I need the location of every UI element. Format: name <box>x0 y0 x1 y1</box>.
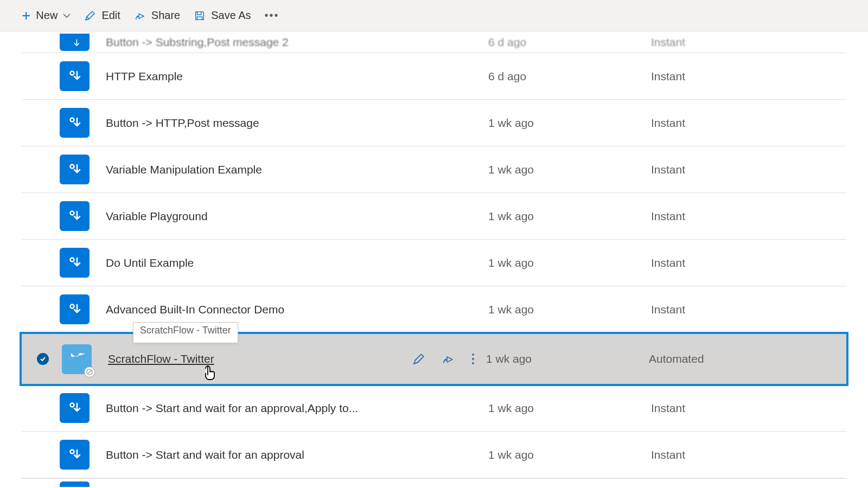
flow-trigger-icon <box>60 34 90 51</box>
svg-point-11 <box>70 403 74 407</box>
flow-name[interactable]: Button -> Start and wait for an approval… <box>92 402 380 415</box>
flow-trigger-icon <box>60 294 90 324</box>
new-label: New <box>36 9 58 22</box>
flow-row[interactable]: Do Until Example 1 wk ago Instant <box>22 240 846 286</box>
flow-trigger-icon <box>60 61 90 91</box>
flow-row[interactable]: Variable Manipulation Example 1 wk ago I… <box>22 146 846 193</box>
svg-point-4 <box>70 258 74 261</box>
flow-row[interactable]: Button -> Start and wait for an approval… <box>22 385 846 432</box>
flow-modified: 1 wk ago <box>486 352 649 365</box>
flow-row[interactable]: HTTP Example 6 d ago Instant <box>22 53 846 100</box>
flow-trigger-icon <box>60 201 90 231</box>
flow-name[interactable]: Button -> HTTP,Post message <box>92 117 380 130</box>
chevron-down-icon <box>63 13 71 18</box>
flow-modified: 6 d ago <box>488 70 651 83</box>
flow-type: Instant <box>651 402 846 415</box>
flow-row[interactable]: Button -> HTTP,Post message 1 wk ago Ins… <box>22 100 846 146</box>
flow-type: Instant <box>651 210 846 223</box>
twitter-icon <box>62 344 92 374</box>
flow-modified: 1 wk ago <box>488 163 651 176</box>
flow-name[interactable]: ScratchFlow - Twitter <box>94 352 378 365</box>
flow-row[interactable]: Variable Playground 1 wk ago Instant <box>22 193 846 240</box>
share-icon <box>134 10 146 22</box>
flow-row[interactable]: Button -> Start and wait for an approval… <box>22 432 846 478</box>
save-icon <box>194 10 206 22</box>
flow-type: Instant <box>651 303 846 316</box>
svg-point-0 <box>70 71 74 75</box>
flow-name[interactable]: Button -> Start and wait for an approval <box>92 448 380 461</box>
flow-modified: 6 d ago <box>488 36 651 49</box>
svg-point-10 <box>472 362 474 364</box>
flow-type: Instant <box>651 70 846 83</box>
flow-trigger-icon <box>60 393 90 423</box>
flow-name[interactable]: Advanced Built-In Connector Demo <box>92 303 380 316</box>
pencil-icon <box>84 10 96 22</box>
svg-point-9 <box>472 358 474 360</box>
command-bar: + New Edit Share Save As ••• <box>0 0 868 31</box>
more-icon[interactable] <box>471 352 475 365</box>
svg-point-3 <box>70 211 74 215</box>
flow-trigger-icon <box>60 440 90 470</box>
flow-type: Instant <box>651 36 846 49</box>
svg-line-7 <box>88 370 92 374</box>
edit-icon[interactable] <box>412 352 425 365</box>
flow-modified: 1 wk ago <box>488 402 651 415</box>
flow-trigger-icon <box>60 481 90 487</box>
flow-trigger-icon <box>60 108 90 138</box>
flow-row-partial[interactable] <box>22 478 846 488</box>
flow-modified: 1 wk ago <box>488 303 651 316</box>
flow-row-partial[interactable]: Button -> Substring,Post message 2 6 d a… <box>22 31 846 53</box>
flow-name[interactable]: Button -> Substring,Post message 2 <box>92 36 380 49</box>
edit-label: Edit <box>101 9 120 22</box>
svg-point-2 <box>70 164 74 168</box>
flow-type: Instant <box>651 448 846 461</box>
ellipsis-icon: ••• <box>265 9 279 22</box>
share-button[interactable]: Share <box>134 9 180 22</box>
flow-type: Automated <box>649 352 844 365</box>
flow-type: Instant <box>651 163 846 176</box>
flow-name[interactable]: Variable Manipulation Example <box>92 163 380 176</box>
cursor-icon <box>203 364 218 381</box>
checkmark-icon[interactable] <box>37 353 49 365</box>
flow-name[interactable]: Variable Playground <box>92 210 380 223</box>
flow-name[interactable]: Do Until Example <box>92 256 380 269</box>
flow-trigger-icon <box>60 155 90 184</box>
share-label: Share <box>151 9 180 22</box>
flow-trigger-icon <box>60 248 90 278</box>
flow-modified: 1 wk ago <box>488 448 651 461</box>
saveas-label: Save As <box>211 9 251 22</box>
flow-modified: 1 wk ago <box>488 210 651 223</box>
plus-icon: + <box>22 8 30 23</box>
flow-type: Instant <box>651 256 846 269</box>
flow-modified: 1 wk ago <box>488 256 651 269</box>
saveas-button[interactable]: Save As <box>194 9 251 22</box>
more-button[interactable]: ••• <box>265 9 279 22</box>
svg-point-12 <box>70 450 74 453</box>
svg-point-8 <box>472 354 474 356</box>
svg-point-1 <box>70 118 74 121</box>
flow-modified: 1 wk ago <box>488 117 651 130</box>
flow-row-selected[interactable]: ScratchFlow - Twitter ScratchFlow - Twit… <box>20 332 848 386</box>
edit-button[interactable]: Edit <box>84 9 120 22</box>
svg-point-5 <box>70 304 74 308</box>
disabled-icon <box>84 367 95 377</box>
new-button[interactable]: + New <box>22 8 71 23</box>
flow-list: Button -> Substring,Post message 2 6 d a… <box>0 31 868 488</box>
share-icon[interactable] <box>442 352 455 365</box>
flow-name[interactable]: HTTP Example <box>92 70 380 83</box>
tooltip: ScratchFlow - Twitter <box>133 322 238 343</box>
flow-type: Instant <box>651 117 846 130</box>
